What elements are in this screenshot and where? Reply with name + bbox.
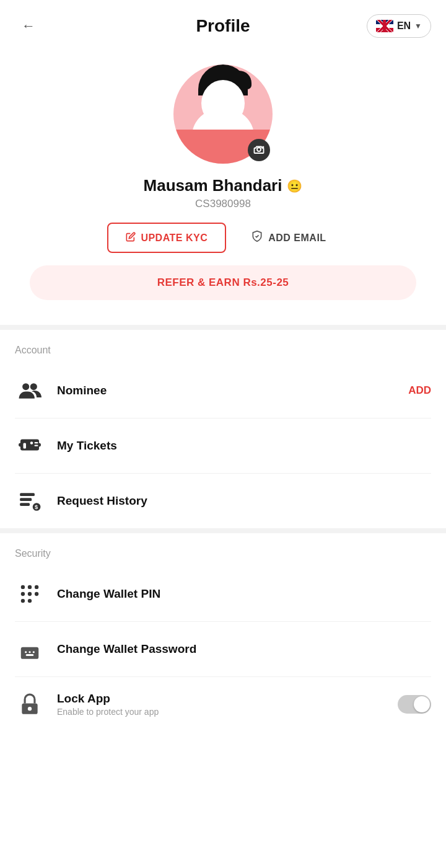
lock-app-subtitle: Enable to protect your app bbox=[57, 707, 398, 717]
svg-point-4 bbox=[30, 383, 37, 390]
svg-point-17 bbox=[21, 585, 25, 589]
request-history-icon: $ bbox=[15, 486, 45, 516]
wallet-pin-icon bbox=[15, 579, 45, 609]
svg-rect-9 bbox=[20, 493, 35, 496]
nominee-label: Nominee bbox=[57, 384, 408, 397]
section-divider-1 bbox=[0, 325, 446, 330]
svg-point-0 bbox=[257, 148, 261, 151]
svg-point-3 bbox=[22, 383, 29, 390]
svg-point-28 bbox=[28, 707, 32, 711]
lock-icon bbox=[15, 689, 45, 719]
back-arrow-icon: ← bbox=[22, 18, 35, 34]
request-history-menu-item[interactable]: $ Request History bbox=[0, 474, 446, 528]
my-tickets-label: My Tickets bbox=[57, 439, 431, 453]
refer-earn-label: REFER & EARN Rs.25-25 bbox=[157, 277, 289, 288]
account-section-label: Account bbox=[0, 345, 446, 363]
svg-rect-11 bbox=[20, 503, 30, 506]
svg-point-14 bbox=[21, 592, 25, 596]
svg-point-20 bbox=[21, 599, 25, 603]
lock-app-label: Lock App bbox=[57, 692, 398, 706]
update-kyc-label: UPDATE KYC bbox=[141, 232, 208, 244]
svg-text:$: $ bbox=[35, 503, 38, 510]
svg-point-16 bbox=[35, 592, 38, 596]
profile-section: Mausam Bhandari 😐 CS3980998 UPDATE KYC A… bbox=[0, 50, 446, 325]
language-selector[interactable]: EN ▼ bbox=[367, 14, 431, 38]
security-section-label: Security bbox=[0, 548, 446, 567]
uk-flag-icon bbox=[376, 20, 393, 32]
wallet-password-icon bbox=[15, 634, 45, 664]
shield-check-icon bbox=[251, 230, 263, 246]
header: ← Profile EN ▼ bbox=[0, 0, 446, 50]
camera-add-icon bbox=[253, 144, 265, 157]
lock-app-menu-item[interactable]: Lock App Enable to protect your app bbox=[0, 677, 446, 732]
face-icon: 😐 bbox=[287, 179, 302, 193]
nominee-add-action[interactable]: ADD bbox=[408, 384, 431, 397]
add-email-button[interactable]: ADD EMAIL bbox=[238, 223, 338, 253]
nominee-icon bbox=[15, 376, 45, 405]
tickets-icon bbox=[15, 431, 45, 461]
avatar-container bbox=[173, 64, 273, 164]
svg-rect-24 bbox=[28, 651, 30, 653]
lock-app-toggle[interactable] bbox=[398, 695, 431, 714]
svg-rect-23 bbox=[25, 651, 27, 653]
svg-point-21 bbox=[28, 599, 32, 603]
user-name: Mausam Bhandari 😐 bbox=[144, 176, 303, 195]
svg-rect-10 bbox=[20, 498, 32, 501]
svg-rect-26 bbox=[26, 654, 34, 656]
svg-point-18 bbox=[28, 585, 32, 589]
user-id: CS3980998 bbox=[195, 198, 251, 210]
my-tickets-menu-item[interactable]: My Tickets bbox=[0, 418, 446, 473]
svg-rect-8 bbox=[35, 445, 38, 446]
pencil-icon bbox=[126, 232, 136, 244]
svg-rect-22 bbox=[21, 647, 39, 659]
back-button[interactable]: ← bbox=[15, 12, 42, 40]
section-divider-2 bbox=[0, 528, 446, 533]
change-wallet-pin-label: Change Wallet PIN bbox=[57, 587, 431, 601]
request-history-label: Request History bbox=[57, 494, 431, 508]
update-kyc-button[interactable]: UPDATE KYC bbox=[107, 223, 226, 253]
svg-point-15 bbox=[28, 592, 32, 596]
change-wallet-password-menu-item[interactable]: Change Wallet Password bbox=[0, 622, 446, 676]
nominee-menu-item[interactable]: Nominee ADD bbox=[0, 363, 446, 418]
svg-point-19 bbox=[35, 585, 38, 589]
change-wallet-pin-menu-item[interactable]: Change Wallet PIN bbox=[0, 567, 446, 621]
svg-point-6 bbox=[30, 441, 33, 445]
svg-rect-25 bbox=[33, 651, 35, 653]
page-title: Profile bbox=[196, 16, 250, 36]
edit-photo-button[interactable] bbox=[248, 139, 270, 161]
security-section: Security Change Wallet PIN bbox=[0, 533, 446, 732]
account-section: Account Nominee ADD My Tickets bbox=[0, 330, 446, 528]
change-wallet-password-label: Change Wallet Password bbox=[57, 642, 431, 656]
action-buttons: UPDATE KYC ADD EMAIL bbox=[107, 223, 338, 253]
toggle-knob bbox=[414, 696, 430, 712]
refer-earn-banner[interactable]: REFER & EARN Rs.25-25 bbox=[30, 265, 416, 300]
language-label: EN bbox=[397, 20, 411, 32]
svg-rect-5 bbox=[24, 443, 27, 449]
chevron-down-icon: ▼ bbox=[414, 22, 422, 30]
add-email-label: ADD EMAIL bbox=[268, 232, 326, 244]
svg-rect-7 bbox=[35, 442, 38, 443]
lock-app-label-stack: Lock App Enable to protect your app bbox=[57, 692, 398, 717]
